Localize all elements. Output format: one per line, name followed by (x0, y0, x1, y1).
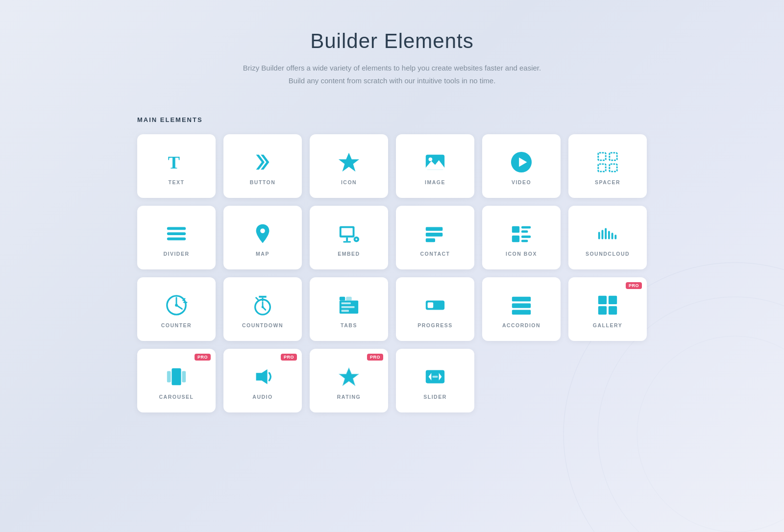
accordion-icon (510, 294, 533, 316)
svg-rect-27 (426, 239, 435, 242)
divider-label: DIVIDER (163, 251, 189, 257)
svg-rect-38 (612, 233, 613, 239)
svg-rect-34 (598, 232, 600, 239)
svg-rect-61 (182, 371, 186, 383)
element-progress[interactable]: PROGRESS (396, 277, 474, 341)
audio-pro-badge: PRO (281, 354, 297, 361)
rating-pro-badge: PRO (367, 354, 383, 361)
elements-row-1: T TEXT BUTTON (137, 134, 647, 198)
element-video[interactable]: VIDEO (482, 134, 561, 198)
elements-row-3: COUNTER COUNTDOWN (137, 277, 647, 341)
svg-rect-44 (340, 297, 345, 301)
svg-text:T: T (168, 153, 180, 172)
elements-row-2: DIVIDER MAP (137, 206, 647, 269)
svg-rect-51 (428, 302, 434, 308)
svg-rect-35 (602, 230, 604, 239)
svg-rect-33 (521, 240, 528, 242)
tabs-icon (338, 294, 360, 316)
svg-rect-11 (610, 153, 617, 160)
progress-icon (424, 294, 446, 316)
svg-rect-49 (342, 310, 349, 312)
accordion-label: ACCORDION (502, 322, 540, 328)
svg-rect-58 (609, 306, 617, 314)
svg-marker-4 (339, 153, 359, 171)
element-rating[interactable]: PRO RATING (310, 349, 388, 412)
soundcloud-icon (596, 222, 619, 245)
element-soundcloud[interactable]: SOUNDCLOUD (568, 206, 647, 269)
text-icon: T (165, 151, 188, 173)
carousel-label: CAROUSEL (159, 394, 194, 400)
element-embed[interactable]: EMBED (310, 206, 388, 269)
svg-rect-26 (426, 233, 443, 237)
icon-box-icon (510, 222, 533, 245)
svg-marker-62 (256, 369, 268, 385)
element-icon-box[interactable]: ICON BOX (482, 206, 561, 269)
rating-icon (338, 365, 360, 388)
tabs-label: TABS (341, 322, 357, 328)
map-label: MAP (256, 251, 270, 257)
slider-icon (424, 365, 446, 388)
element-divider[interactable]: DIVIDER (137, 206, 216, 269)
svg-rect-47 (342, 302, 351, 304)
element-spacer[interactable]: SPACER (568, 134, 647, 198)
svg-rect-32 (521, 236, 531, 238)
element-map[interactable]: MAP (223, 206, 302, 269)
element-gallery[interactable]: PRO GALLERY (568, 277, 647, 341)
text-label: TEXT (169, 179, 185, 185)
svg-rect-14 (167, 227, 186, 230)
soundcloud-label: SOUNDCLOUD (586, 251, 630, 257)
carousel-pro-badge: PRO (195, 354, 211, 361)
svg-rect-30 (521, 230, 528, 233)
svg-point-43 (262, 306, 264, 308)
element-accordion[interactable]: ACCORDION (482, 277, 561, 341)
svg-point-17 (260, 228, 265, 233)
spacer-label: SPACER (595, 179, 620, 185)
contact-label: CONTACT (420, 251, 450, 257)
element-audio[interactable]: PRO AUDIO (223, 349, 302, 412)
element-counter[interactable]: COUNTER (137, 277, 216, 341)
divider-icon (165, 222, 188, 245)
map-icon (251, 222, 274, 245)
svg-rect-68 (432, 376, 438, 378)
carousel-icon (165, 365, 188, 388)
element-text[interactable]: T TEXT (137, 134, 216, 198)
svg-point-6 (429, 157, 433, 161)
audio-icon (251, 365, 274, 388)
svg-rect-37 (608, 231, 610, 239)
icon-icon (338, 151, 360, 173)
svg-rect-20 (346, 238, 348, 242)
element-button[interactable]: BUTTON (223, 134, 302, 198)
element-icon[interactable]: ICON (310, 134, 388, 198)
svg-rect-54 (512, 310, 531, 315)
button-label: BUTTON (250, 179, 276, 185)
gallery-label: GALLERY (593, 322, 622, 328)
counter-icon (165, 294, 188, 316)
embed-label: EMBED (338, 251, 360, 257)
svg-rect-60 (167, 371, 171, 383)
progress-label: PROGRESS (417, 322, 453, 328)
element-tabs[interactable]: TABS (310, 277, 388, 341)
svg-rect-28 (512, 226, 519, 233)
gallery-pro-badge: PRO (626, 282, 642, 289)
countdown-icon (251, 294, 274, 316)
spacer-icon (596, 151, 619, 173)
element-carousel[interactable]: PRO CAROUSEL (137, 349, 216, 412)
svg-rect-45 (346, 297, 352, 301)
svg-rect-29 (521, 226, 531, 229)
svg-rect-57 (598, 306, 607, 314)
svg-rect-56 (609, 296, 617, 304)
svg-point-41 (175, 304, 178, 307)
element-countdown[interactable]: COUNTDOWN (223, 277, 302, 341)
svg-rect-36 (605, 228, 607, 240)
element-contact[interactable]: CONTACT (396, 206, 474, 269)
element-slider[interactable]: SLIDER (396, 349, 474, 412)
svg-rect-21 (343, 241, 351, 242)
svg-rect-59 (172, 368, 181, 386)
icon-box-label: ICON BOX (506, 251, 537, 257)
elements-row-4: PRO CAROUSEL PRO (137, 349, 647, 412)
element-image[interactable]: IMAGE (396, 134, 474, 198)
svg-rect-13 (610, 164, 617, 171)
main-elements-section: MAIN ELEMENTS T TEXT BUTTON (137, 116, 647, 412)
svg-rect-55 (598, 296, 607, 304)
svg-rect-25 (426, 227, 443, 231)
